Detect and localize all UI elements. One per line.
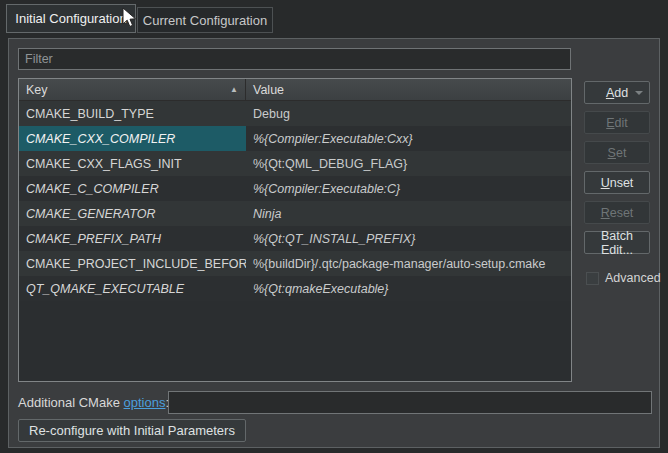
value-cell[interactable]: %{buildDir}/.qtc/package-manager/auto-se… <box>246 251 571 276</box>
value-cell[interactable]: %{Qt:QML_DEBUG_FLAG} <box>246 151 571 176</box>
key-cell[interactable]: CMAKE_GENERATOR <box>19 201 246 226</box>
column-header-label: Key <box>26 83 48 97</box>
table-header: Key ▲ Value <box>19 79 571 101</box>
value-cell[interactable]: %{Compiler:Executable:C} <box>246 176 571 201</box>
table-row[interactable]: CMAKE_PREFIX_PATH%{Qt:QT_INSTALL_PREFIX} <box>19 226 571 251</box>
tab-label: Initial Configuration <box>15 11 126 26</box>
table-body: CMAKE_BUILD_TYPEDebugCMAKE_CXX_COMPILER%… <box>19 101 571 381</box>
key-cell[interactable]: CMAKE_C_COMPILER <box>19 176 246 201</box>
key-cell[interactable]: CMAKE_CXX_FLAGS_INIT <box>19 151 246 176</box>
value-cell[interactable]: Ninja <box>246 201 571 226</box>
edit-button: Edit <box>584 111 650 134</box>
value-cell[interactable]: %{Qt:qmakeExecutable} <box>246 276 571 301</box>
table-empty-area <box>19 301 571 381</box>
key-cell[interactable]: CMAKE_BUILD_TYPE <box>19 101 246 126</box>
cmake-build-settings-window: Initial Configuration Current Configurat… <box>0 0 668 453</box>
key-cell[interactable]: QT_QMAKE_EXECUTABLE <box>19 276 246 301</box>
add-button[interactable]: Add <box>584 81 650 104</box>
label-text: Additional CMake <box>18 395 124 410</box>
mouse-cursor-icon <box>122 7 138 29</box>
cmake-variables-table: Key ▲ Value CMAKE_BUILD_TYPEDebugCMAKE_C… <box>18 78 572 382</box>
dropdown-arrow-icon[interactable] <box>635 91 643 95</box>
key-cell[interactable]: CMAKE_PROJECT_INCLUDE_BEFORE <box>19 251 246 276</box>
additional-options-label: Additional CMake options: <box>18 395 169 410</box>
key-cell[interactable]: CMAKE_PREFIX_PATH <box>19 226 246 251</box>
value-cell[interactable]: Debug <box>246 101 571 126</box>
table-row[interactable]: CMAKE_C_COMPILER%{Compiler:Executable:C} <box>19 176 571 201</box>
advanced-checkbox-label: Advanced <box>605 271 661 285</box>
value-cell[interactable]: %{Qt:QT_INSTALL_PREFIX} <box>246 226 571 251</box>
checkbox-box-icon <box>586 272 599 285</box>
column-header-label: Value <box>253 83 284 97</box>
table-row[interactable]: CMAKE_BUILD_TYPEDebug <box>19 101 571 126</box>
tab-initial-configuration[interactable]: Initial Configuration <box>6 4 136 33</box>
reconfigure-button[interactable]: Re-configure with Initial Parameters <box>18 419 246 442</box>
column-header-value[interactable]: Value <box>246 79 571 100</box>
additional-options-row: Additional CMake options: <box>18 391 652 414</box>
batch-edit-button[interactable]: Batch Edit... <box>584 231 650 254</box>
configuration-tabbar: Initial Configuration Current Configurat… <box>0 0 668 38</box>
table-row[interactable]: CMAKE_GENERATORNinja <box>19 201 571 226</box>
options-help-link[interactable]: options <box>124 395 166 410</box>
tab-current-configuration[interactable]: Current Configuration <box>137 7 273 33</box>
sort-ascending-icon: ▲ <box>230 86 238 94</box>
column-header-key[interactable]: Key ▲ <box>19 79 246 100</box>
table-row[interactable]: CMAKE_PROJECT_INCLUDE_BEFORE%{buildDir}/… <box>19 251 571 276</box>
table-row[interactable]: CMAKE_CXX_COMPILER%{Compiler:Executable:… <box>19 126 571 151</box>
action-button-column: AddEditSetUnsetResetBatch Edit... <box>584 81 650 261</box>
reset-button: Reset <box>584 201 650 224</box>
set-button: Set <box>584 141 650 164</box>
table-row[interactable]: QT_QMAKE_EXECUTABLE%{Qt:qmakeExecutable} <box>19 276 571 301</box>
unset-button[interactable]: Unset <box>584 171 650 194</box>
filter-input[interactable] <box>18 48 571 70</box>
table-row[interactable]: CMAKE_CXX_FLAGS_INIT%{Qt:QML_DEBUG_FLAG} <box>19 151 571 176</box>
value-cell[interactable]: %{Compiler:Executable:Cxx} <box>246 126 571 151</box>
initial-configuration-pane: Key ▲ Value CMAKE_BUILD_TYPEDebugCMAKE_C… <box>8 38 660 448</box>
key-cell[interactable]: CMAKE_CXX_COMPILER <box>19 126 246 151</box>
tab-label: Current Configuration <box>143 13 267 28</box>
advanced-checkbox: Advanced <box>586 271 661 285</box>
additional-options-input[interactable] <box>168 391 652 414</box>
